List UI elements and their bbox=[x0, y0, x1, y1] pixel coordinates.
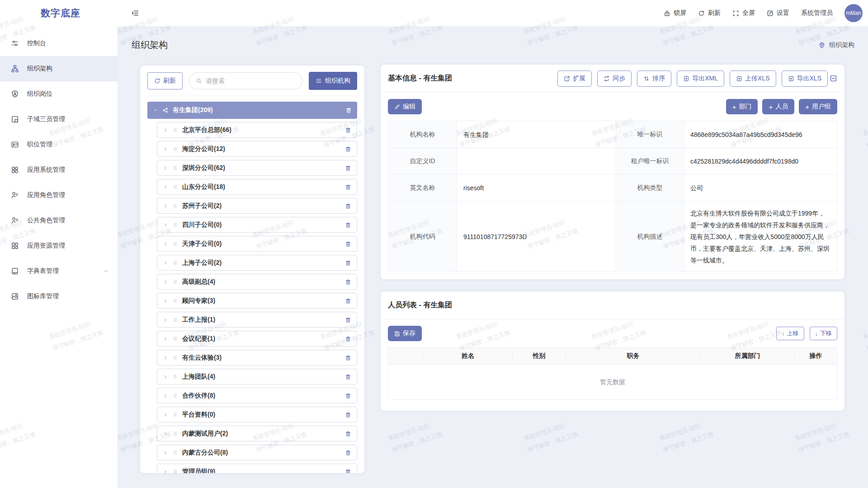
move-down-button[interactable]: ↓ 下移 bbox=[810, 327, 838, 340]
avatar[interactable]: mMan bbox=[844, 4, 863, 22]
collapse-panel-button[interactable] bbox=[830, 75, 837, 82]
delete-node-icon[interactable] bbox=[345, 469, 351, 474]
tree-node[interactable]: 有生云体验(3) bbox=[157, 350, 357, 366]
pencil-icon bbox=[394, 104, 400, 110]
导出xls-button[interactable]: 导出XLS bbox=[782, 70, 828, 87]
tree-node[interactable]: 四川子公司(0) bbox=[157, 217, 357, 233]
move-up-button[interactable]: ↑ 上移 bbox=[776, 327, 804, 340]
tree-node[interactable]: 顾问专家(3) bbox=[157, 293, 357, 309]
delete-node-icon[interactable] bbox=[345, 355, 351, 361]
tree-node[interactable]: 深圳分公司(62) bbox=[157, 160, 357, 176]
fullscreen-icon bbox=[732, 10, 739, 17]
sidebar-item-org-position[interactable]: 组织岗位 bbox=[0, 81, 118, 107]
delete-node-icon[interactable] bbox=[345, 107, 352, 113]
drag-icon bbox=[172, 431, 178, 436]
delete-node-icon[interactable] bbox=[345, 279, 351, 285]
tree-search-box bbox=[189, 72, 302, 89]
tree-node[interactable]: 海淀分公司(12) bbox=[157, 141, 357, 157]
delete-node-icon[interactable] bbox=[345, 146, 351, 152]
external-icon bbox=[564, 75, 570, 82]
tree-node[interactable]: 北京平台总部(66) bbox=[157, 122, 357, 138]
sidebar-item-app-role[interactable]: 应用角色管理 bbox=[0, 183, 118, 208]
chevron-right-icon bbox=[163, 374, 168, 380]
delete-node-icon[interactable] bbox=[345, 412, 351, 418]
info-field-value bbox=[457, 148, 616, 174]
person-column-header: 所属部门 bbox=[701, 348, 795, 365]
tree-node[interactable]: 上海子公司(2) bbox=[157, 255, 357, 271]
chevron-right-icon bbox=[163, 203, 168, 209]
sidebar-item-icon-library[interactable]: 图标库管理 bbox=[0, 284, 118, 309]
tree-node[interactable]: 山东分公司(18) bbox=[157, 179, 357, 195]
tree-refresh-button[interactable]: 刷新 bbox=[147, 72, 183, 89]
org-structure-button[interactable]: 组织机构 bbox=[309, 72, 357, 90]
edit-square-icon bbox=[767, 10, 774, 17]
add-部门-button[interactable]: +部门 bbox=[726, 99, 758, 114]
info-field-label: 机构描述 bbox=[616, 202, 684, 272]
tree-node[interactable]: 内蒙测试用户(2) bbox=[157, 426, 357, 441]
lock-button[interactable]: 锁屏 bbox=[664, 9, 686, 17]
tree-node[interactable]: 合作伙伴(8) bbox=[157, 388, 357, 404]
refresh-button[interactable]: 刷新 bbox=[698, 9, 721, 17]
sidebar-item-app-system[interactable]: 应用系统管理 bbox=[0, 157, 118, 183]
tree-node[interactable]: 苏州子公司(2) bbox=[157, 198, 357, 214]
chevron-right-icon bbox=[163, 336, 168, 342]
badge-user-icon bbox=[11, 90, 19, 98]
drag-icon bbox=[172, 336, 178, 342]
tree-root-node[interactable]: 有生集团(209) bbox=[147, 102, 357, 119]
sidebar-item-org-structure[interactable]: 组织架构 bbox=[0, 56, 118, 81]
edit-button[interactable]: 编辑 bbox=[388, 99, 422, 114]
header-action-label: 刷新 bbox=[708, 9, 721, 17]
user-lines-icon bbox=[11, 216, 19, 225]
导出xml-button[interactable]: 导出XML bbox=[677, 70, 724, 87]
fullscreen-button[interactable]: 全屏 bbox=[732, 9, 755, 17]
edit-square-button[interactable]: 设置 bbox=[767, 9, 789, 17]
tree-node[interactable]: 工作上报(1) bbox=[157, 312, 357, 328]
delete-node-icon[interactable] bbox=[345, 336, 351, 342]
同步-button[interactable]: 同步 bbox=[597, 70, 632, 87]
app-logo: 数字底座 bbox=[0, 7, 118, 19]
delete-node-icon[interactable] bbox=[345, 184, 351, 190]
sidebar-item-public-role[interactable]: 公共角色管理 bbox=[0, 208, 118, 233]
sidebar-item-position-mgmt[interactable]: 职位管理 bbox=[0, 132, 118, 157]
delete-node-icon[interactable] bbox=[345, 165, 351, 171]
delete-node-icon[interactable] bbox=[345, 374, 351, 380]
tree-search-input[interactable] bbox=[206, 77, 296, 84]
排序-button[interactable]: 排序 bbox=[637, 70, 671, 87]
sidebar-item-label: 组织岗位 bbox=[27, 90, 52, 98]
drag-icon bbox=[172, 222, 178, 228]
sidebar-fold-button[interactable] bbox=[131, 9, 139, 17]
sidebar-item-console[interactable]: 控制台 bbox=[0, 31, 118, 56]
delete-node-icon[interactable] bbox=[345, 222, 351, 228]
header-action-label: 锁屏 bbox=[674, 9, 686, 17]
delete-node-icon[interactable] bbox=[345, 431, 351, 437]
tree-node[interactable]: 平台资料(0) bbox=[157, 407, 357, 422]
delete-node-icon[interactable] bbox=[345, 393, 351, 399]
sidebar-item-app-resource[interactable]: 应用资源管理 bbox=[0, 233, 118, 258]
sidebar-item-dict-table[interactable]: 字典表管理 bbox=[0, 258, 118, 284]
add-人员-button[interactable]: +人员 bbox=[762, 99, 794, 114]
add-用户组-button[interactable]: +用户组 bbox=[799, 99, 837, 114]
tree-node[interactable]: 高级副总(4) bbox=[157, 274, 357, 290]
delete-node-icon[interactable] bbox=[345, 127, 351, 133]
delete-node-icon[interactable] bbox=[345, 203, 351, 209]
save-button[interactable]: 保存 bbox=[388, 326, 422, 341]
delete-node-icon[interactable] bbox=[345, 450, 351, 456]
person-table: 姓名性别职务所属部门操作 暂无数据 bbox=[388, 347, 837, 400]
上传xls-button[interactable]: 上传XLS bbox=[730, 70, 776, 87]
tree-node[interactable]: 天津子公司(0) bbox=[157, 236, 357, 252]
sidebar-item-label: 应用资源管理 bbox=[27, 242, 65, 250]
delete-node-icon[interactable] bbox=[345, 298, 351, 304]
sidebar-item-subdomain-admin[interactable]: 子域三员管理 bbox=[0, 107, 118, 132]
chevron-right-icon bbox=[163, 412, 168, 418]
drag-icon bbox=[172, 203, 178, 209]
扩展-button[interactable]: 扩展 bbox=[557, 70, 592, 87]
tree-node[interactable]: 上海团队(4) bbox=[157, 369, 357, 385]
chevron-right-icon bbox=[163, 431, 168, 436]
tree-node[interactable]: 管理员组(9) bbox=[157, 464, 357, 473]
tree-node[interactable]: 会议纪要(1) bbox=[157, 331, 357, 347]
delete-node-icon[interactable] bbox=[345, 260, 351, 266]
drag-icon bbox=[172, 317, 178, 323]
delete-node-icon[interactable] bbox=[345, 317, 351, 323]
tree-node[interactable]: 内蒙古分公司(8) bbox=[157, 445, 357, 460]
delete-node-icon[interactable] bbox=[345, 241, 351, 247]
